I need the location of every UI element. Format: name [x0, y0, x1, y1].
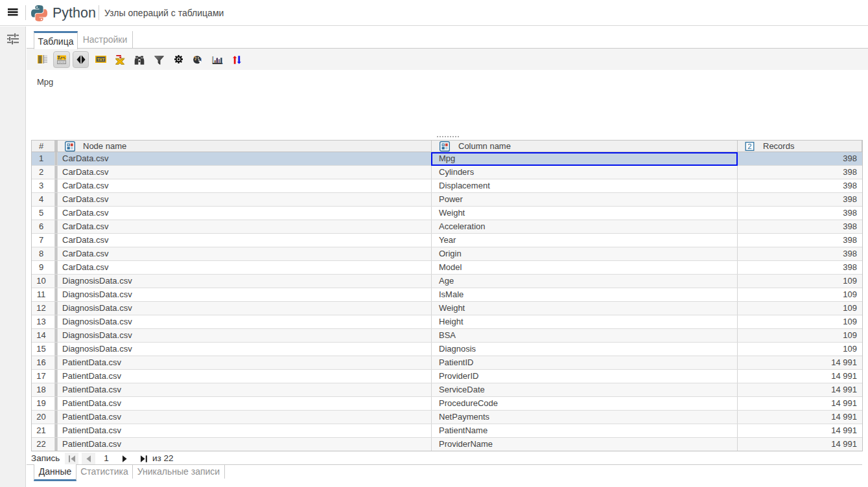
svg-text:2: 2	[747, 142, 751, 150]
svg-text:TXT: TXT	[97, 58, 104, 62]
